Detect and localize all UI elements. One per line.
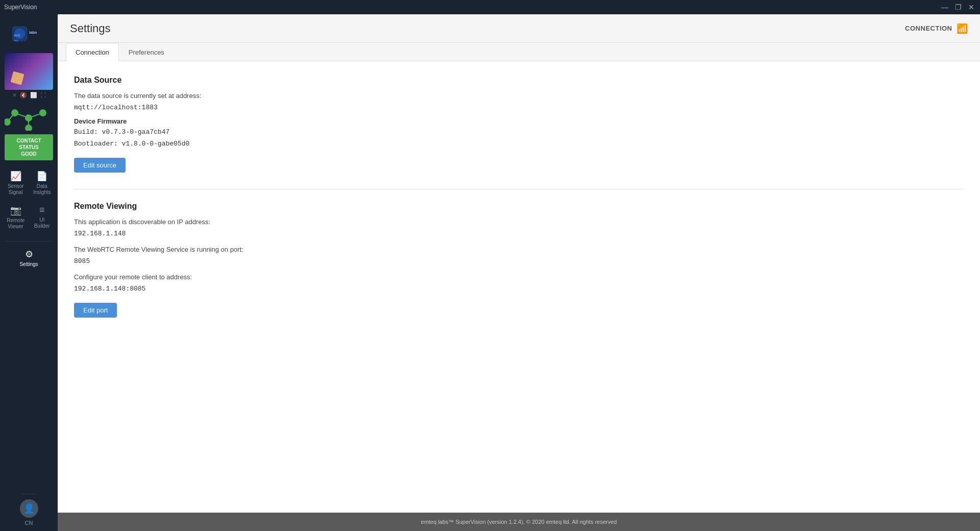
nodes-svg [5,103,53,131]
remote-viewer-icon: 📷 [10,205,21,216]
sidebar-item-data-insights[interactable]: 📄 DataInsights [30,166,55,200]
svg-point-9 [11,109,18,116]
avatar[interactable]: 👤 [20,499,38,518]
data-insights-icon: 📄 [36,171,47,182]
sidebar-divider-2 [21,494,36,494]
ctrl-screen[interactable]: ⬜ [30,92,37,99]
firmware-build: Build: v0.7.3-0-gaa7cb47 [74,128,964,136]
titlebar: SuperVision — ❐ ✕ [0,0,980,14]
section-divider-1 [74,189,964,189]
remote-client-text: Configure your remote client to address: [74,273,964,281]
ip-address: 192.168.1.148 [74,230,964,237]
sidebar-item-settings[interactable]: ⚙ Settings [0,245,58,272]
svg-text:labs: labs [29,30,37,35]
sidebar-bottom: 👤 CN [20,491,38,526]
data-source-title: Data Source [74,76,964,85]
sensor-signal-icon: 📈 [10,171,21,182]
sidebar-item-sensor-signal[interactable]: 📈 SensorSignal [3,166,29,200]
svg-point-10 [25,114,32,122]
footer-text: emteq labs™ SuperVision (version 1.2.4).… [421,519,617,525]
sidebar-item-ui-builder[interactable]: ≡ UIBuilder [30,201,55,234]
app-title: SuperVision [4,4,37,11]
wifi-icon: 📶 [957,23,968,34]
minimize-button[interactable]: — [940,3,949,11]
ui-builder-label: UIBuilder [34,217,50,229]
settings-icon: ⚙ [25,249,33,260]
data-source-address: mqtt://localhost:1883 [74,104,964,111]
settings-label: Settings [19,261,38,268]
remote-viewer-label: RemoteViewer [7,218,24,230]
restore-button[interactable]: ❐ [953,3,963,11]
tab-preferences[interactable]: Preferences [119,43,174,61]
webrtc-text: The WebRTC Remote Viewing Service is run… [74,246,964,253]
ctrl-x[interactable]: ✕ [12,92,17,99]
edit-source-button[interactable]: Edit source [74,158,126,173]
preview-widget [5,53,53,90]
main-content: Settings CONNECTION 📶 Connection Prefere… [58,14,980,531]
avatar-icon: 👤 [23,503,35,514]
sensor-signal-label: SensorSignal [8,183,24,196]
connection-status: CONNECTION 📶 [905,23,968,34]
data-insights-label: DataInsights [33,183,51,196]
remote-viewing-text: This application is discoverable on IP a… [74,218,964,226]
logo-icon: em teq labs [11,21,47,46]
firmware-bootloader: Bootloader: v1.8.0-0-gabe05d0 [74,140,964,148]
ctrl-mute[interactable]: 🔇 [20,92,27,99]
window-controls: — ❐ ✕ [940,3,976,11]
svg-point-11 [39,109,46,116]
remote-address: 192.168.1.148:8085 [74,285,964,293]
close-button[interactable]: ✕ [967,3,976,11]
tabs-bar: Connection Preferences [58,43,980,61]
port-number: 8085 [74,257,964,265]
settings-content: Data Source The data source is currently… [58,61,980,513]
contact-nodes [5,103,53,133]
sidebar: em teq labs ✕ 🔇 ⬜ ⛶ [0,14,58,531]
preview-controls: ✕ 🔇 ⬜ ⛶ [12,92,46,99]
footer: emteq labs™ SuperVision (version 1.2.4).… [58,513,980,531]
svg-text:em: em [14,33,20,38]
sidebar-item-remote-viewer[interactable]: 📷 RemoteViewer [3,201,29,234]
page-title: Settings [70,22,111,35]
nav-grid: 📈 SensorSignal 📄 DataInsights 📷 RemoteVi… [0,166,58,234]
header: Settings CONNECTION 📶 [58,14,980,43]
connection-label: CONNECTION [905,25,952,32]
contact-status-badge: CONTACT STATUSGOOD [5,134,53,160]
remote-viewing-title: Remote Viewing [74,202,964,211]
firmware-title: Device Firmware [74,117,964,125]
edit-port-button[interactable]: Edit port [74,303,117,318]
sidebar-divider [6,241,52,242]
svg-point-12 [25,125,32,131]
svg-text:teq: teq [14,38,18,42]
data-source-text: The data source is currently set at addr… [74,92,964,100]
logo-area: em teq labs [0,14,58,53]
user-initials: CN [25,520,33,526]
ui-builder-icon: ≡ [39,205,45,215]
tab-connection[interactable]: Connection [66,43,119,61]
ctrl-expand[interactable]: ⛶ [40,92,46,99]
